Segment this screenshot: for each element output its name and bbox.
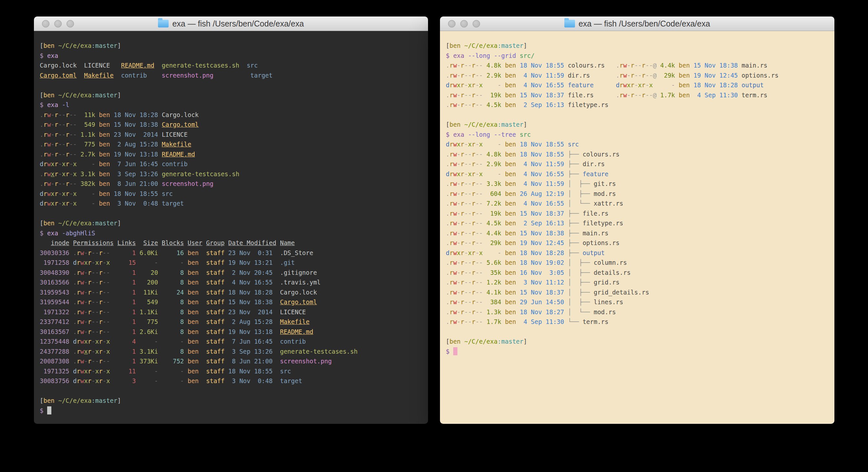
terminal-line: .rw-r--r-- 4.5k ben 2 Sep 16:13 ├── file… [446,218,829,228]
terminal-line: .rw-r--r-- 775 ben 2 Aug 15:28 Makefile [40,139,422,149]
terminal-line: .rw-r--r-- 7.2k ben 4 Nov 16:55 │ └── xa… [446,199,829,208]
terminal-line: .rw-r--r-- 549 ben 15 Nov 18:38 Cargo.to… [40,120,422,130]
terminal-line: .rw-r--r-- 11k ben 18 Nov 18:28 Cargo.lo… [40,110,422,120]
terminal-line [446,110,829,120]
close-button[interactable] [448,20,456,28]
terminal-line: 12375448 drwxr-xr-x 4 - - ben staff 7 Ju… [40,336,422,347]
folder-icon [158,20,168,28]
terminal-line: 24377288 .rwxr-xr-x 1 3.1Ki 8 ben staff … [40,347,422,357]
terminal-line: .rw-r--r-- 4.4k ben 15 Nov 18:38 ├── mai… [446,228,829,238]
terminal-line: drwxr-xr-x - ben 7 Jun 16:45 contrib [40,159,422,169]
terminal-line: .rwxr-xr-x 3.1k ben 3 Sep 13:26 generate… [40,169,422,179]
terminal-line: .rw-r--r-- 1.2k ben 3 Nov 11:12 │ ├── gr… [446,277,829,287]
terminal-line: [ben ~/C/e/exa:master] [446,336,829,347]
terminal-line: .rw-r--r-- 4.8k ben 18 Nov 18:55 colours… [446,60,829,70]
terminal-line: .rw-r--r-- 29k ben 19 Nov 12:45 ├── opti… [446,238,829,248]
terminal-line: drwxr-xr-x - ben 18 Nov 18:28 ├── output [446,248,829,258]
terminal-line: .rw-r--r-- 4.5k ben 2 Sep 16:13 filetype… [446,100,829,110]
window-title: exa — fish /Users/ben/Code/exa/exa [579,19,710,28]
titlebar[interactable]: exa — fish /Users/ben/Code/exa/exa [440,17,834,31]
terminal-line: 30030336 .rw-r--r-- 1 6.0Ki 16 ben staff… [40,248,422,258]
terminal-line: .rw-r--r-- 19k ben 15 Nov 18:37 ├── file… [446,208,829,218]
terminal-line: $ exa -l [40,100,422,110]
terminal-line: drwxr-xr-x - ben 4 Nov 16:55 feature drw… [446,80,829,90]
terminal-line [40,80,422,90]
terminal-line: .rw-r--r-- 384 ben 29 Jun 14:50 │ ├── li… [446,297,829,307]
terminal-content-dark[interactable]: [ben ~/C/e/exa:master]$ exaCargo.lock LI… [34,31,428,424]
terminal-line: .rw-r--r-- 1.3k ben 18 Nov 18:27 │ └── m… [446,307,829,317]
terminal-line: .rw-r--r-- 3.3k ben 4 Nov 11:59 │ ├── gi… [446,179,829,189]
terminal-content-light[interactable]: [ben ~/C/e/exa:master]$ exa --long --gri… [440,31,834,424]
terminal-line: drwxr-xr-x - ben 3 Nov 0:48 target [40,199,422,208]
terminal-line: 1971258 drwxr-xr-x 15 - - ben staff 19 N… [40,258,422,268]
terminal-line: .rw-r--r-- 19k ben 15 Nov 18:37 file.rs … [446,90,829,100]
minimize-button[interactable] [54,20,62,28]
terminal-line: 31959544 .rw-r--r-- 1 549 8 ben staff 15… [40,297,422,307]
terminal-line: inode Permissions Links Size Blocks User… [40,238,422,248]
terminal-line [40,386,422,396]
terminal-line: 20087308 .rw-r--r-- 1 373Ki 752 ben staf… [40,356,422,366]
terminal-line: 30163566 .rw-r--r-- 1 200 8 ben staff 4 … [40,277,422,287]
terminal-line: [ben ~/C/e/exa:master] [446,120,829,130]
terminal-window-dark: exa — fish /Users/ben/Code/exa/exa [ben … [34,17,428,424]
terminal-line: Cargo.toml Makefile contrib screenshot.p… [40,70,422,81]
terminal-line: $ [446,347,829,357]
terminal-line: $ [40,406,422,416]
terminal-line: [ben ~/C/e/exa:master] [40,41,422,51]
terminal-line: Cargo.lock LICENCE README.md generate-te… [40,60,422,70]
terminal-line: .rw-r--r-- 1.1k ben 23 Nov 2014 LICENCE [40,130,422,140]
terminal-line: $ exa -abghHliS [40,228,422,238]
minimize-button[interactable] [460,20,468,28]
traffic-lights [42,17,74,31]
terminal-line: drwxr-xr-x - ben 18 Nov 18:55 src [446,139,829,149]
folder-icon [564,20,575,28]
terminal-line: .rw-r--r-- 4.8k ben 18 Nov 18:55 ├── col… [446,149,829,159]
terminal-line: drwxr-xr-x - ben 18 Nov 18:55 src [40,189,422,199]
zoom-button[interactable] [66,20,74,28]
terminal-line: 30048390 .rw-r--r-- 1 20 8 ben staff 2 N… [40,268,422,278]
terminal-line: .rw-r--r-- 35k ben 16 Nov 3:05 │ ├── det… [446,268,829,278]
terminal-line: [ben ~/C/e/exa:master] [40,396,422,406]
terminal-line: .rw-r--r-- 1.7k ben 4 Sep 11:30 └── term… [446,317,829,327]
terminal-line: .rw-r--r-- 2.9k ben 4 Nov 11:59 dir.rs .… [446,70,829,81]
window-title: exa — fish /Users/ben/Code/exa/exa [172,19,304,28]
terminal-line: .rw-r--r-- 2.9k ben 4 Nov 11:59 ├── dir.… [446,159,829,169]
terminal-line: 30083756 drwxr-xr-x 3 - - ben staff 3 No… [40,376,422,386]
terminal-line: 30163567 .rw-r--r-- 1 2.6Ki 8 ben staff … [40,327,422,337]
terminal-line: .rw-r--r-- 604 ben 26 Aug 12:19 │ ├── mo… [446,189,829,199]
titlebar[interactable]: exa — fish /Users/ben/Code/exa/exa [34,17,428,31]
close-button[interactable] [42,20,50,28]
traffic-lights [448,17,480,31]
title-area: exa — fish /Users/ben/Code/exa/exa [158,19,304,28]
terminal-cursor [47,406,51,414]
terminal-line: $ exa [40,51,422,61]
terminal-line: drwxr-xr-x - ben 4 Nov 16:55 ├── feature [446,169,829,179]
terminal-line: [ben ~/C/e/exa:master] [40,90,422,100]
terminal-line: 23377412 .rw-r--r-- 1 775 8 ben staff 2 … [40,317,422,327]
desktop: { "ui": { "page_background": "#000000", … [0,0,868,472]
terminal-line: .rw-r--r-- 382k ben 8 Jun 21:00 screensh… [40,179,422,189]
zoom-button[interactable] [473,20,480,28]
terminal-line: [ben ~/C/e/exa:master] [446,41,829,51]
terminal-line: .rw-r--r-- 5.6k ben 18 Nov 19:02 │ ├── c… [446,258,829,268]
terminal-line: .rw-r--r-- 2.7k ben 19 Nov 13:18 README.… [40,149,422,159]
terminal-line [40,208,422,218]
terminal-line [446,327,829,337]
terminal-line: [ben ~/C/e/exa:master] [40,218,422,228]
terminal-line: 1971322 .rw-r--r-- 1 1.1Ki 8 ben staff 2… [40,307,422,317]
terminal-line: $ exa --long --grid src/ [446,51,829,61]
terminal-line: 31959543 .rw-r--r-- 1 11Ki 24 ben staff … [40,287,422,297]
terminal-line: 1971325 drwxr-xr-x 11 - - ben staff 18 N… [40,366,422,376]
title-area: exa — fish /Users/ben/Code/exa/exa [564,19,710,28]
terminal-line: .rw-r--r-- 4.1k ben 15 Nov 18:37 │ ├── g… [446,287,829,297]
terminal-cursor [453,347,458,355]
terminal-window-light: exa — fish /Users/ben/Code/exa/exa [ben … [440,17,834,424]
terminal-line: $ exa --long --tree src [446,130,829,140]
